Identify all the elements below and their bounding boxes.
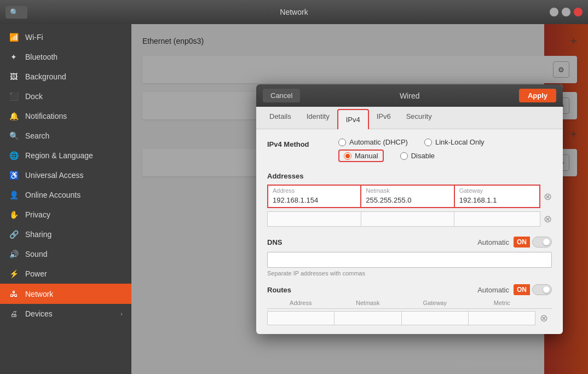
dns-section: DNS Automatic ON Separate IP addresses w… xyxy=(267,237,552,277)
sidebar-label-privacy: Privacy xyxy=(25,210,50,219)
gateway-field: Gateway xyxy=(455,185,540,208)
cancel-button[interactable]: Cancel xyxy=(263,89,300,102)
sidebar-item-network[interactable]: 🖧 Network xyxy=(0,284,131,304)
routes-toggle-on-label: ON xyxy=(514,284,530,295)
sidebar-item-privacy[interactable]: ✋ Privacy xyxy=(0,205,131,225)
background-icon: 🖼 xyxy=(9,72,19,81)
addr-row-end: ⊗ xyxy=(540,191,552,203)
dns-auto-row: Automatic ON xyxy=(477,237,552,248)
routes-auto-row: Automatic ON xyxy=(477,284,552,295)
apply-button[interactable]: Apply xyxy=(519,89,556,102)
routes-toggle-container[interactable]: ON xyxy=(514,284,552,295)
dns-label: DNS xyxy=(267,238,477,246)
sidebar-label-region: Region & Language xyxy=(25,151,93,160)
tab-identity[interactable]: Identity xyxy=(299,107,337,129)
online-accounts-icon: 👤 xyxy=(9,191,19,199)
sidebar-item-power[interactable]: ⚡ Power xyxy=(0,264,131,284)
radio-automatic-input[interactable] xyxy=(338,139,346,146)
remove-route-button[interactable]: ⊗ xyxy=(540,312,548,324)
remove-addr-empty-button[interactable]: ⊗ xyxy=(544,213,552,225)
region-icon: 🌐 xyxy=(9,151,19,160)
dns-header: DNS Automatic ON xyxy=(267,237,552,248)
minimize-button[interactable] xyxy=(550,8,558,16)
dns-hint: Separate IP addresses with commas xyxy=(267,270,552,277)
sidebar-label-universal: Universal Access xyxy=(25,171,84,180)
gateway-input[interactable] xyxy=(455,194,539,207)
sidebar-item-online-accounts[interactable]: 👤 Online Accounts xyxy=(0,185,131,205)
addresses-section: Addresses Address Netmask Gateway xyxy=(267,172,552,227)
wired-dialog: Cancel Wired Apply Details Identity IPv4… xyxy=(256,84,563,334)
privacy-icon: ✋ xyxy=(9,210,19,219)
sharing-icon: 🔗 xyxy=(9,230,19,239)
ipv4-method-section: IPv4 Method Automatic (DHCP) Link-Local … xyxy=(267,138,552,162)
radio-manual-input[interactable] xyxy=(344,152,351,160)
remove-addr-button[interactable]: ⊗ xyxy=(544,191,552,203)
radio-disable[interactable]: Disable xyxy=(400,149,435,162)
sidebar-item-region[interactable]: 🌐 Region & Language xyxy=(0,146,131,165)
addresses-label: Addresses xyxy=(267,172,552,180)
dns-auto-label: Automatic xyxy=(477,238,509,246)
bluetooth-icon: ✦ xyxy=(9,53,19,61)
devices-icon: 🖨 xyxy=(9,309,19,318)
close-button[interactable] xyxy=(574,8,583,16)
main-content: Ethernet (enp0s3) + ⚙ ⚙ + ⚙ xyxy=(131,24,588,374)
sidebar-label-sharing: Sharing xyxy=(25,230,51,239)
sidebar-label-online-accounts: Online Accounts xyxy=(25,191,80,199)
sidebar-item-sound[interactable]: 🔊 Sound xyxy=(0,244,131,264)
routes-toggle-slider[interactable] xyxy=(532,284,552,295)
routes-header: Routes Automatic ON xyxy=(267,284,552,295)
maximize-button[interactable] xyxy=(562,8,570,16)
sidebar-label-devices: Devices xyxy=(25,309,53,318)
window-controls xyxy=(550,8,583,16)
dock-icon: ⬛ xyxy=(9,92,19,101)
radio-disable-input[interactable] xyxy=(400,152,408,160)
sidebar-label-wifi: Wi-Fi xyxy=(25,33,43,42)
sidebar-label-sound: Sound xyxy=(25,250,47,258)
dialog-titlebar: Cancel Wired Apply xyxy=(256,84,563,107)
universal-icon: ♿ xyxy=(9,171,19,180)
wifi-icon: 📶 xyxy=(9,33,19,42)
sidebar-label-power: Power xyxy=(25,269,47,278)
sidebar-item-bluetooth[interactable]: ✦ Bluetooth xyxy=(0,47,131,67)
sidebar-label-network: Network xyxy=(25,290,53,298)
sidebar-item-dock[interactable]: ⬛ Dock xyxy=(0,87,131,106)
radio-automatic[interactable]: Automatic (DHCP) xyxy=(338,138,408,146)
tab-security[interactable]: Security xyxy=(399,107,440,129)
network-icon: 🖧 xyxy=(9,289,19,298)
sidebar-item-search[interactable]: 🔍 Search xyxy=(0,126,131,146)
tab-ipv6[interactable]: IPv6 xyxy=(369,107,399,129)
titlebar: 🔍 Network xyxy=(0,0,588,24)
radio-link-local-input[interactable] xyxy=(424,139,432,146)
sidebar-item-wifi[interactable]: 📶 Wi-Fi xyxy=(0,27,131,47)
tab-details[interactable]: Details xyxy=(262,107,299,129)
sidebar-item-sharing[interactable]: 🔗 Sharing xyxy=(0,225,131,244)
dns-input[interactable] xyxy=(267,252,552,268)
routes-col-address: Address xyxy=(267,300,335,306)
search-box[interactable]: 🔍 xyxy=(5,6,27,19)
routes-section: Routes Automatic ON Address Netmask Gat xyxy=(267,284,552,325)
routes-label: Routes xyxy=(267,286,477,294)
netmask-field: Netmask xyxy=(361,185,454,208)
window-title: Network xyxy=(280,8,308,16)
sidebar: 📶 Wi-Fi ✦ Bluetooth 🖼 Background ⬛ Dock … xyxy=(0,24,131,374)
radio-disable-label: Disable xyxy=(411,152,435,160)
radio-link-local[interactable]: Link-Local Only xyxy=(424,138,485,146)
address-column-label: Address xyxy=(268,186,360,194)
tab-ipv4[interactable]: IPv4 xyxy=(337,109,369,129)
sidebar-label-search: Search xyxy=(25,131,49,140)
radio-manual[interactable]: Manual xyxy=(338,149,384,162)
radio-manual-label: Manual xyxy=(355,152,378,160)
routes-col-gateway: Gateway xyxy=(401,300,469,306)
dialog-body: IPv4 Method Automatic (DHCP) Link-Local … xyxy=(256,129,563,334)
address-input[interactable] xyxy=(268,194,360,207)
dns-toggle-container[interactable]: ON xyxy=(514,237,552,248)
sidebar-item-notifications[interactable]: 🔔 Notifications xyxy=(0,106,131,126)
sidebar-item-background[interactable]: 🖼 Background xyxy=(0,67,131,87)
netmask-input[interactable] xyxy=(361,194,453,207)
sidebar-item-universal[interactable]: ♿ Universal Access xyxy=(0,165,131,185)
dns-toggle-slider[interactable] xyxy=(532,237,552,248)
routes-col-metric: Metric xyxy=(469,300,536,306)
radio-group: Automatic (DHCP) Link-Local Only xyxy=(333,138,485,162)
sidebar-item-devices[interactable]: 🖨 Devices › xyxy=(0,304,131,324)
sidebar-label-dock: Dock xyxy=(25,92,43,101)
